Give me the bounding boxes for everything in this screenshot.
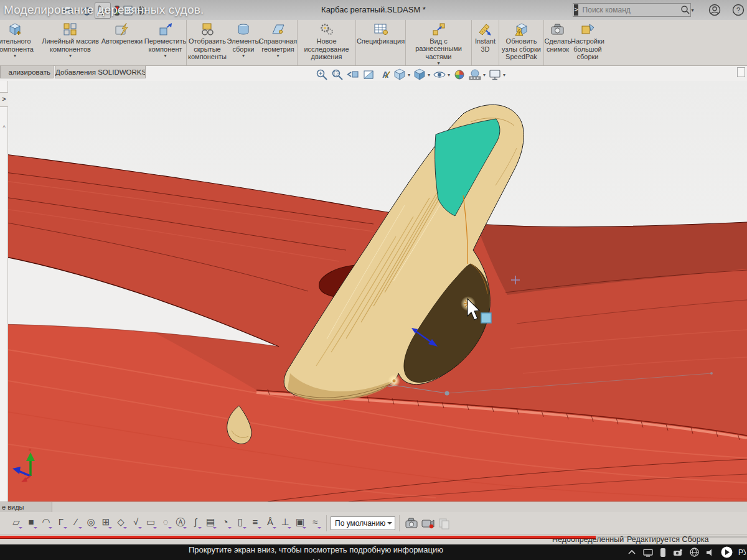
network-globe-icon[interactable] xyxy=(689,547,700,558)
dropdown-caret-icon[interactable]: ▾ xyxy=(69,54,72,58)
viewport-canvas[interactable] xyxy=(0,81,747,502)
column-tool-icon[interactable]: ▯ xyxy=(233,515,248,531)
ribbon-button-show-hidden-components[interactable]: Отобразить скрытые компоненты xyxy=(187,20,228,65)
dropdown-caret-icon[interactable]: ▾ xyxy=(448,72,450,78)
dropdown-caret-icon[interactable]: ▾ xyxy=(276,54,279,58)
panel-expand-button[interactable]: > xyxy=(0,92,8,107)
section-view-icon[interactable] xyxy=(361,67,376,82)
sketch-plane-icon[interactable]: ▱ xyxy=(9,515,24,531)
previous-view-icon[interactable] xyxy=(345,67,360,82)
ribbon-button-assembly-features[interactable]: Элементы сборки▾ xyxy=(228,20,259,65)
tab-solidworks-addins[interactable]: Добавления SOLIDWORKS xyxy=(55,65,146,78)
search-input[interactable] xyxy=(581,5,680,15)
record-camera-icon[interactable] xyxy=(420,515,436,531)
trim-tool-icon[interactable]: ◇ xyxy=(113,515,128,531)
ribbon-button-exploded-view[interactable]: Вид с разнесенными частями▾ xyxy=(406,20,472,65)
move-icon xyxy=(158,21,173,37)
point-tool-icon[interactable]: ◎ xyxy=(83,515,98,531)
video-progress-track[interactable] xyxy=(596,536,747,538)
video-progress-bar[interactable] xyxy=(0,536,596,539)
text-label-icon[interactable]: Ⓐ xyxy=(173,515,188,531)
ribbon-button-take-snapshot[interactable]: Сделать снимок xyxy=(544,20,571,65)
ribbon-button-update-speedpak[interactable]: Обновить узлы сборки SpeedPak xyxy=(499,20,544,65)
user-account-icon[interactable] xyxy=(708,4,721,19)
wave-tool-icon[interactable]: ≈ xyxy=(308,515,322,531)
zoom-to-area-icon[interactable] xyxy=(330,67,345,82)
ribbon-button-linear-pattern[interactable]: Линейный массив компонентов▾ xyxy=(41,20,100,65)
dropdown-caret-icon[interactable]: ▾ xyxy=(164,54,166,58)
relations-icon[interactable]: ≡ xyxy=(248,515,263,531)
rectangle-tool-icon[interactable]: ■ xyxy=(24,515,39,531)
screencast-icon[interactable] xyxy=(642,548,654,558)
ribbon-button-instant-3d[interactable]: Instant 3D xyxy=(472,20,499,65)
chevron-down-icon[interactable] xyxy=(0,554,632,560)
dropdown-caret-icon[interactable]: ▾ xyxy=(242,54,245,58)
search-magnifier-icon[interactable]: ▾ xyxy=(680,5,694,15)
measure-icon[interactable]: ▭ xyxy=(143,515,158,531)
perpendicular-icon[interactable]: ⊥ xyxy=(278,515,293,531)
exploded-icon xyxy=(431,21,446,37)
ribbon-toolbar: ительного компонента▾Линейный массив ком… xyxy=(0,20,747,66)
dropdown-caret-icon[interactable]: ▾ xyxy=(503,72,505,78)
saved-views-tab[interactable]: е виды xyxy=(0,502,52,513)
ribbon-button-new-motion-study[interactable]: Новое исследование движения xyxy=(298,20,356,65)
help-icon[interactable]: ? xyxy=(732,4,745,19)
edit-appearance-icon[interactable] xyxy=(452,67,467,82)
camera-tray-icon[interactable] xyxy=(672,548,684,558)
panel-scroll-up-button[interactable]: ^ xyxy=(0,124,8,131)
hatch-tool-icon[interactable]: ▤ xyxy=(203,515,218,531)
line-tool-icon[interactable]: ∕ xyxy=(68,515,83,531)
sketch-pattern-icon[interactable]: ⊞ xyxy=(98,515,113,531)
ribbon-button-insert-component[interactable]: ительного компонента▾ xyxy=(0,20,41,65)
arc-tool-icon[interactable]: ◔ xyxy=(218,515,233,531)
play-overlay-icon[interactable] xyxy=(721,546,733,558)
phone-icon[interactable] xyxy=(659,548,667,558)
block-tool-icon[interactable]: ▣ xyxy=(293,515,308,531)
video-title-overlay: Моделирование деревянных судов. xyxy=(4,3,204,17)
language-indicator[interactable]: РУ xyxy=(738,548,746,557)
apply-scene-icon[interactable] xyxy=(467,67,482,82)
scroll-hint-text: Прокрутите экран вниз, чтобы посмотреть … xyxy=(0,545,632,554)
snapshot-camera-icon[interactable] xyxy=(403,515,420,531)
dropdown-caret-icon[interactable]: ▾ xyxy=(437,61,439,65)
largeasm-icon xyxy=(580,21,595,37)
ribbon-button-label: Новое исследование движения xyxy=(304,37,349,61)
command-search[interactable]: > ▾ xyxy=(573,3,691,17)
annotations-icon[interactable]: A xyxy=(377,67,392,82)
ribbon-button-move-component[interactable]: Переместить компонент▾ xyxy=(144,20,187,65)
graphics-viewport[interactable] xyxy=(0,81,747,502)
hide-show-items-icon[interactable] xyxy=(432,67,447,82)
corner-tool-icon[interactable]: Γ xyxy=(54,515,68,531)
hidden-icons-chevron[interactable] xyxy=(627,548,637,558)
spline-tool-icon[interactable]: ∫ xyxy=(188,515,203,531)
ribbon-button-label: Автокрепежи xyxy=(101,37,143,45)
check-sketch-icon[interactable]: √ xyxy=(128,515,143,531)
ribbon-button-smart-fasteners[interactable]: Автокрепежи xyxy=(100,20,144,65)
showhidden-icon xyxy=(200,21,215,37)
volume-icon[interactable] xyxy=(705,548,715,558)
display-style-icon[interactable] xyxy=(412,67,427,82)
pattern-icon xyxy=(63,21,78,37)
view-settings-icon[interactable] xyxy=(487,67,502,82)
zoom-note-icon[interactable]: ◌ xyxy=(158,515,173,531)
dropdown-caret-icon[interactable]: ▾ xyxy=(428,72,430,78)
configuration-selector[interactable]: По умолчанию xyxy=(331,516,395,530)
copy-disabled-icon[interactable] xyxy=(436,515,452,531)
dropdown-caret-icon[interactable]: ▾ xyxy=(483,72,486,78)
sketch-point-handle xyxy=(393,380,396,383)
ribbon-button-large-assembly-settings[interactable]: Настройки большой сборки xyxy=(571,20,604,65)
tab-analyze[interactable]: ализировать xyxy=(0,65,54,78)
ribbon-button-label: Instant 3D xyxy=(475,37,496,53)
fillet-corner-icon[interactable]: ◠ xyxy=(39,515,54,531)
solidworks-search-logo-icon: > xyxy=(574,4,578,16)
dropdown-caret-icon[interactable]: ▾ xyxy=(408,72,410,78)
ribbon-button-label: Обновить узлы сборки SpeedPak xyxy=(502,37,541,61)
angle-dim-icon[interactable]: Å xyxy=(263,515,278,531)
ribbon-button-label: Вид с разнесенными частями xyxy=(406,37,471,61)
ribbon-button-bill-of-materials[interactable]: Спецификация xyxy=(356,20,406,65)
view-orientation-icon[interactable] xyxy=(392,67,407,82)
dropdown-caret-icon[interactable]: ▾ xyxy=(14,54,16,58)
task-pane-collapsed-tab[interactable] xyxy=(737,67,745,77)
ribbon-button-reference-geometry[interactable]: Справочная геометрия▾ xyxy=(259,20,298,65)
zoom-to-fit-icon[interactable] xyxy=(314,67,329,82)
